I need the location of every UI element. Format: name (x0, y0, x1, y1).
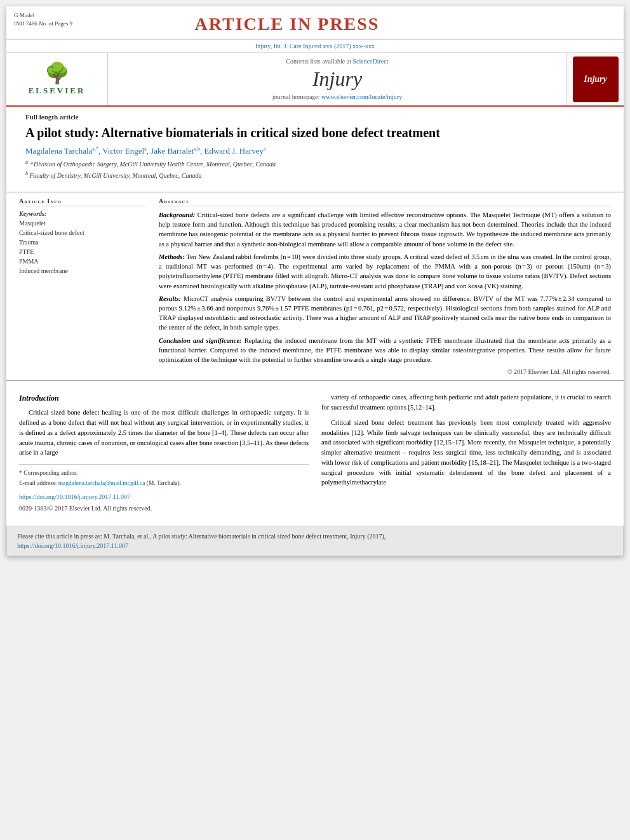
footer-cite-text: Please cite this article in press as: M.… (17, 533, 385, 540)
elsevier-label: ELSEVIER (29, 86, 86, 96)
doi-link[interactable]: https://doi.org/10.1016/j.injury.2017.11… (19, 493, 130, 500)
body-col-right: variety of orthopaedic cases, affecting … (321, 392, 611, 512)
contents-line: Contents lists available at ScienceDirec… (121, 58, 554, 65)
methods-text: Ten New Zealand rabbit forelimbs (n = 10… (159, 253, 611, 290)
keywords-list: Masquelet Critical-sized bone defect Tra… (19, 218, 146, 276)
homepage-line: journal homepage: www.elsevier.com/locat… (121, 93, 554, 100)
article-title: A pilot study: Alternative biomaterials … (25, 124, 605, 141)
doi-top-line: Injury, Int. J. Care Injured xxx (2017) … (6, 40, 624, 53)
background-label: Background: (159, 211, 195, 218)
elsevier-tree-icon: 🌳 (44, 63, 70, 83)
article-info-abstract: Article Info Keywords: Masquelet Critica… (6, 197, 624, 375)
keywords-label: Keywords: (19, 210, 146, 217)
keyword-masquelet: Masquelet (19, 218, 146, 228)
intro-heading: Introduction (19, 392, 309, 404)
two-col-body: Introduction Critical sized bone defect … (19, 392, 611, 512)
contents-text: Contents lists available at (286, 58, 351, 65)
results-text: MicroCT analysis comparing BV/TV between… (159, 295, 611, 331)
footer-text: Please cite this article in press as: M.… (17, 531, 613, 541)
affiliation-a-text: ᵃ Division of Orthopaedic Surgery, McGil… (30, 161, 276, 168)
sciencedirect-link[interactable]: ScienceDirect (352, 58, 388, 65)
article-info-title: Article Info (19, 197, 146, 206)
g-model-label: G Model (14, 11, 72, 20)
affiliation-b: b Faculty of Dentistry, McGill Universit… (25, 170, 605, 180)
journal-logo-right: Injury (566, 53, 624, 105)
intro-para2: variety of orthopaedic cases, affecting … (321, 392, 611, 413)
bottom-doi-line: https://doi.org/10.1016/j.injury.2017.11… (19, 492, 309, 502)
abstract-conclusion: Conclusion and significance: Replacing t… (159, 336, 611, 365)
article-type-label: Full length article (25, 113, 605, 121)
corresponding-label: * Corresponding author. (19, 469, 309, 477)
injj-ref-label: INJJ 7486 No. of Pages 9 (14, 20, 72, 28)
article-in-press-banner: ARTICLE IN PRESS (72, 11, 502, 37)
homepage-label: journal homepage: (272, 93, 320, 100)
issn-line: 0020-1383/© 2017 Elsevier Ltd. All right… (19, 503, 309, 513)
homepage-link[interactable]: www.elsevier.com/locate/injury (321, 93, 402, 100)
article-meta: Full length article A pilot study: Alter… (6, 107, 624, 187)
page: G Model INJJ 7486 No. of Pages 9 ARTICLE… (6, 6, 624, 556)
body-col-left: Introduction Critical sized bone defect … (19, 392, 309, 512)
background-text: Critical-sized bone defects are a signif… (159, 211, 611, 248)
affiliations: a ᵃ Division of Orthopaedic Surgery, McG… (25, 159, 605, 180)
affiliation-a: a ᵃ Division of Orthopaedic Surgery, McG… (25, 159, 605, 169)
abstract-results: Results: MicroCT analysis comparing BV/T… (159, 294, 611, 333)
g-model-ref: G Model INJJ 7486 No. of Pages 9 (14, 11, 72, 27)
keyword-induced: Induced membrane (19, 266, 146, 276)
conclusion-label: Conclusion and significance: (159, 337, 242, 344)
abstract-title: Abstract (159, 197, 611, 206)
footer-doi-link[interactable]: https://doi.org/10.1016/j.injury.2017.11… (17, 542, 128, 549)
divider-1 (6, 192, 624, 192)
injury-logo-box: Injury (573, 57, 619, 102)
journal-center: Contents lists available at ScienceDirec… (108, 53, 566, 105)
col-article-info: Article Info Keywords: Masquelet Critica… (19, 197, 146, 375)
email-label: E-mail address: (19, 480, 57, 486)
intro-para3: Critical sized bone defect treatment has… (321, 418, 611, 488)
footnote-area: * Corresponding author. E-mail address: … (19, 464, 309, 488)
copyright-line: © 2017 Elsevier Ltd. All rights reserved… (159, 368, 611, 375)
footer-bar: Please cite this article in press as: M.… (6, 526, 624, 556)
email-line: E-mail address: magdalena.tarchala@mail.… (19, 479, 309, 488)
journal-title: Injury (121, 67, 554, 91)
keyword-critical: Critical-sized bone defect (19, 228, 146, 237)
methods-label: Methods: (159, 253, 185, 260)
keyword-pmma: PMMA (19, 257, 146, 266)
body-content: Introduction Critical sized bone defect … (6, 386, 624, 519)
abstract-background: Background: Critical-sized bone defects … (159, 210, 611, 249)
abstract-text: Background: Critical-sized bone defects … (159, 210, 611, 364)
keyword-ptfe: PTFE (19, 247, 146, 257)
footer-doi: https://doi.org/10.1016/j.injury.2017.11… (17, 541, 613, 550)
abstract-methods: Methods: Ten New Zealand rabbit forelimb… (159, 252, 611, 291)
divider-2 (6, 380, 624, 381)
keyword-trauma: Trauma (19, 237, 146, 247)
col-abstract: Abstract Background: Critical-sized bone… (159, 197, 611, 375)
journal-header: 🌳 ELSEVIER Contents lists available at S… (6, 53, 624, 107)
doi-top-text: Injury, Int. J. Care Injured xxx (2017) … (255, 43, 375, 50)
results-label: Results: (159, 295, 181, 302)
email-link[interactable]: magdalena.tarchala@mail.mcgill.ca (58, 480, 145, 486)
elsevier-logo: 🌳 ELSEVIER (6, 53, 108, 105)
email-suffix: (M. Tarchala). (147, 480, 181, 486)
header-top: G Model INJJ 7486 No. of Pages 9 ARTICLE… (6, 6, 624, 40)
intro-para1: Critical sized bone defect healing is on… (19, 408, 309, 458)
authors-line: Magdalena Tarchalaa,*, Victor Engela, Ja… (25, 146, 605, 156)
